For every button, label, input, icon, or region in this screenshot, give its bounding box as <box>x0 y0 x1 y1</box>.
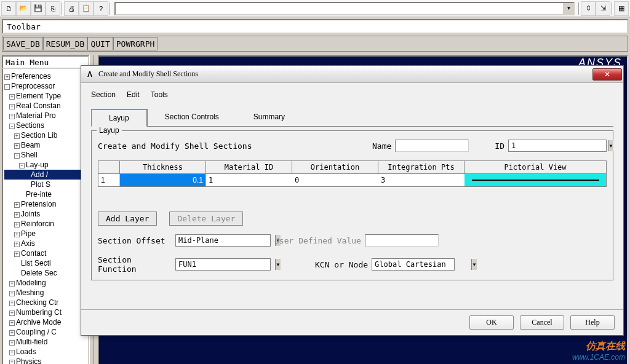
main-menu-tree[interactable]: +Preferences-Preprocessor+Element Type+R… <box>3 70 88 364</box>
section-offset-combo[interactable]: ▼ <box>175 234 271 247</box>
tree-item-physics[interactable]: +Physics <box>4 357 87 364</box>
expander-icon[interactable]: + <box>9 320 15 326</box>
tree-item-shell[interactable]: -Shell <box>4 150 87 160</box>
close-icon[interactable]: ✕ <box>592 68 622 81</box>
tree-item-reinforcin[interactable]: +Reinforcin <box>4 219 87 229</box>
tree-item-axis[interactable]: +Axis <box>4 239 87 248</box>
chevron-down-icon[interactable]: ▼ <box>471 259 477 270</box>
expander-icon[interactable]: + <box>14 222 20 228</box>
tree-item-joints[interactable]: +Joints <box>4 209 87 219</box>
tree-item-delete-sec[interactable]: Delete Sec <box>4 268 87 278</box>
expander-icon[interactable]: + <box>14 251 20 257</box>
expander-icon[interactable]: + <box>14 232 20 237</box>
command-combo[interactable]: ▼ <box>114 2 575 15</box>
tree-item-lay-up[interactable]: -Lay-up <box>4 160 87 170</box>
tree-item-section-lib[interactable]: +Section Lib <box>4 130 87 140</box>
expander-icon[interactable]: + <box>9 311 15 316</box>
tree-item-pre-inte[interactable]: Pre-inte <box>4 189 87 199</box>
tree-item-meshing[interactable]: +Meshing <box>4 288 87 298</box>
tree-item-plot-s[interactable]: Plot S <box>4 180 87 189</box>
tree-item-list-secti[interactable]: List Secti <box>4 258 87 268</box>
tree-item-checking-ctr[interactable]: +Checking Ctr <box>4 298 87 307</box>
expander-icon[interactable]: + <box>9 94 15 100</box>
tree-item-contact[interactable]: +Contact <box>4 248 87 258</box>
cell-material-id[interactable]: ▼ <box>206 174 292 186</box>
tree-item-coupling-c[interactable]: +Coupling / C <box>4 327 87 337</box>
save-db-button[interactable]: SAVE_DB <box>3 37 43 50</box>
save-icon[interactable]: 💾 <box>31 1 46 16</box>
cell-thickness[interactable]: 0.1 <box>120 174 206 186</box>
resum-db-button[interactable]: RESUM_DB <box>43 37 88 50</box>
new-icon[interactable]: 🗋 <box>1 1 16 16</box>
help-icon[interactable]: ? <box>94 1 108 16</box>
expander-icon[interactable]: + <box>4 74 10 80</box>
expander-icon[interactable]: + <box>14 143 20 149</box>
tree-item-modeling[interactable]: +Modeling <box>4 278 87 288</box>
tab-layup[interactable]: Layup <box>91 109 147 127</box>
open-icon[interactable]: 📂 <box>16 1 31 16</box>
dialog-titlebar[interactable]: Λ Create and Modify Shell Sections ✕ <box>81 66 623 83</box>
expander-icon[interactable]: + <box>14 212 20 218</box>
kcn-combo[interactable]: ▼ <box>372 258 455 271</box>
expander-icon[interactable]: + <box>14 202 20 208</box>
tree-item-real-constan[interactable]: +Real Constan <box>4 101 87 111</box>
tree-item-material-pro[interactable]: +Material Pro <box>4 111 87 121</box>
id-input[interactable] <box>509 141 608 150</box>
expander-icon[interactable]: + <box>9 301 15 306</box>
tab-section-controls[interactable]: Section Controls <box>147 109 236 126</box>
tree-item-pretension[interactable]: +Pretension <box>4 199 87 209</box>
tree-item-preprocessor[interactable]: -Preprocessor <box>4 81 87 91</box>
expander-icon[interactable]: - <box>19 163 25 168</box>
tree-item-element-type[interactable]: +Element Type <box>4 91 87 101</box>
expander-icon[interactable]: + <box>9 291 15 296</box>
copy-icon[interactable]: ⎘ <box>46 1 60 16</box>
ok-button[interactable]: OK <box>469 315 514 330</box>
section-function-combo[interactable]: ▼ <box>175 258 271 271</box>
tree-panel: Main Menu +Preferences-Preprocessor+Elem… <box>2 55 89 364</box>
expander-icon[interactable]: - <box>9 124 15 129</box>
cancel-button[interactable]: Cancel <box>520 315 564 330</box>
tab-summary[interactable]: Summary <box>236 109 302 126</box>
quit-button[interactable]: QUIT <box>87 37 113 50</box>
expander-icon[interactable]: + <box>9 340 15 346</box>
menu-tools[interactable]: Tools <box>151 90 168 99</box>
chevron-down-icon[interactable]: ▼ <box>608 140 613 151</box>
name-input[interactable] <box>395 140 469 152</box>
delete-layer-button[interactable]: Delete Layer <box>169 212 243 226</box>
help-button[interactable]: Help <box>570 315 615 330</box>
tree-item-pipe[interactable]: +Pipe <box>4 229 87 239</box>
command-input[interactable] <box>116 3 564 14</box>
tree-item-multi-field[interactable]: +Multi-field <box>4 337 87 347</box>
combo-dropdown-icon[interactable]: ▼ <box>564 3 573 14</box>
tree-item-preferences[interactable]: +Preferences <box>4 71 87 81</box>
cell-orientation[interactable] <box>292 174 378 186</box>
print-icon[interactable]: 🖨 <box>64 1 79 16</box>
menu-section[interactable]: Section <box>91 90 116 99</box>
powrgrph-button[interactable]: POWRGRPH <box>113 37 158 50</box>
cell-integration-pts[interactable]: ▼ <box>378 174 465 186</box>
expander-icon[interactable]: + <box>9 330 15 336</box>
expander-icon[interactable]: + <box>14 242 20 247</box>
id-combo[interactable]: ▼ <box>508 140 607 152</box>
expander-icon[interactable]: + <box>9 360 15 364</box>
menu-edit[interactable]: Edit <box>127 90 140 99</box>
expander-icon[interactable]: - <box>4 84 10 90</box>
tree-item-numbering-ct[interactable]: +Numbering Ct <box>4 307 87 317</box>
expander-icon[interactable]: + <box>9 350 15 355</box>
expander-icon[interactable]: + <box>9 281 15 287</box>
paste-icon[interactable]: 📋 <box>79 1 94 16</box>
expander-icon[interactable]: - <box>14 153 20 159</box>
fit-icon[interactable]: ⇲ <box>596 1 610 16</box>
add-layer-button[interactable]: Add Layer <box>98 212 157 226</box>
tree-item-archive-mode[interactable]: +Archive Mode <box>4 317 87 327</box>
tree-item-sections[interactable]: -Sections <box>4 121 87 130</box>
tree-item-add-[interactable]: Add / <box>4 170 87 180</box>
tree-item-loads[interactable]: +Loads <box>4 347 87 357</box>
chevron-down-icon[interactable]: ▼ <box>275 259 281 270</box>
expander-icon[interactable]: + <box>9 104 15 109</box>
expander-icon[interactable]: + <box>9 114 15 119</box>
iso-icon[interactable]: ▦ <box>614 1 629 16</box>
expander-icon[interactable]: + <box>14 133 20 139</box>
pan-icon[interactable]: ⇕ <box>581 1 596 16</box>
tree-item-beam[interactable]: +Beam <box>4 140 87 150</box>
